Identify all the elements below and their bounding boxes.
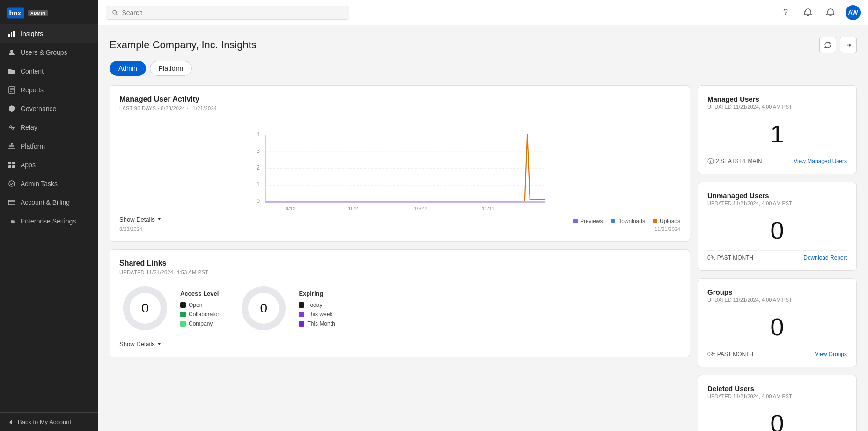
svg-text:0: 0 (257, 198, 260, 204)
svg-rect-12 (12, 162, 15, 164)
svg-rect-3 (11, 32, 12, 37)
sidebar-item-admin-tasks[interactable]: Admin Tasks (0, 174, 98, 193)
search-icon (112, 9, 118, 16)
expiring-title: Expiring (299, 290, 335, 297)
bell-icon (826, 8, 835, 17)
chevron-down-icon-2 (157, 342, 162, 347)
person-icon (7, 48, 16, 57)
svg-rect-2 (8, 34, 10, 37)
groups-card: Groups UPDATED 11/21/2024, 4:00 AM PST 0… (698, 278, 857, 367)
today-color (299, 302, 304, 308)
sidebar-item-relay[interactable]: Relay (0, 118, 98, 137)
page-content: Example Company, Inc. Insights Admin Pla… (98, 25, 868, 431)
back-arrow-icon (7, 419, 14, 425)
tab-platform[interactable]: Platform (150, 61, 192, 76)
svg-point-10 (11, 143, 13, 145)
svg-text:10/2: 10/2 (348, 206, 358, 211)
sidebar-item-admin-tasks-label: Admin Tasks (21, 180, 58, 187)
legend-downloads: Downloads (611, 218, 645, 224)
platform-icon (7, 142, 16, 150)
tabs: Admin Platform (110, 61, 857, 76)
show-details-button[interactable]: Show Details (119, 216, 162, 223)
unmanaged-users-count: 0 (707, 212, 847, 250)
sidebar-item-users-groups[interactable]: Users & Groups (0, 43, 98, 62)
access-collaborator: Collaborator (180, 311, 219, 318)
expiring-count: 0 (260, 301, 268, 316)
settings-button[interactable] (840, 37, 857, 53)
expiring-donut: 0 (238, 282, 289, 334)
settings-icon (7, 217, 16, 225)
user-avatar[interactable]: AW (846, 5, 861, 20)
chevron-down-icon (157, 217, 162, 222)
view-managed-users-link[interactable]: View Managed Users (794, 158, 847, 164)
unmanaged-past-month: 0% PAST MONTH (707, 254, 753, 261)
managed-users-footer: i 2 SEATS REMAIN View Managed Users (707, 154, 847, 164)
bell-button[interactable] (823, 5, 838, 20)
sidebar-item-apps-label: Apps (21, 161, 36, 169)
main-area: ? AW Example Company, Inc. Insights (98, 0, 868, 431)
back-to-my-account-link[interactable]: Back to My Account (7, 418, 91, 425)
notifications-bell-button[interactable] (801, 5, 816, 20)
svg-text:box: box (9, 9, 22, 17)
box-logo-icon: box (7, 7, 24, 19)
managed-user-activity-title: Managed User Activity (119, 95, 680, 104)
deleted-users-updated: UPDATED 11/21/2024, 4:00 AM PST (707, 394, 847, 399)
search-bar[interactable] (106, 6, 349, 20)
access-company: Company (180, 320, 219, 327)
page-header: Example Company, Inc. Insights (110, 37, 857, 53)
this-month-color (299, 321, 304, 327)
sidebar-item-governance[interactable]: Governance (0, 99, 98, 118)
svg-text:9/12: 9/12 (286, 206, 296, 211)
uploads-label: Uploads (660, 218, 680, 224)
refresh-icon (824, 41, 831, 49)
shared-links-title: Shared Links (119, 259, 680, 268)
sidebar-item-content-label: Content (21, 67, 44, 75)
relay-icon (7, 123, 16, 132)
sidebar-item-enterprise-settings[interactable]: Enterprise Settings (0, 212, 98, 230)
access-level-count: 0 (141, 301, 149, 316)
refresh-button[interactable] (819, 37, 836, 53)
collaborator-color (180, 312, 186, 317)
access-level-section: 0 Access Level Open Collabora (119, 282, 219, 334)
activity-chart: 0 1 2 3 4 9/12 (119, 119, 680, 212)
sidebar-item-reports[interactable]: Reports (0, 81, 98, 99)
sidebar-item-enterprise-settings-label: Enterprise Settings (21, 217, 76, 225)
view-groups-link[interactable]: View Groups (815, 351, 847, 357)
chart-date-range: 8/23/2024 11/21/2024 (119, 226, 680, 232)
announcement-icon (804, 8, 812, 17)
check-circle-icon (7, 179, 16, 188)
deleted-users-card: Deleted Users UPDATED 11/21/2024, 4:00 A… (698, 375, 857, 431)
sidebar-item-insights[interactable]: Insights (0, 24, 98, 43)
sidebar-item-platform[interactable]: Platform (0, 137, 98, 156)
help-button[interactable]: ? (778, 5, 793, 20)
this-week-color (299, 312, 304, 317)
shared-links-show-details-button[interactable]: Show Details (119, 341, 162, 348)
previews-dot (573, 219, 578, 223)
search-input[interactable] (122, 9, 343, 16)
sidebar-item-apps[interactable]: Apps (0, 156, 98, 174)
bar-chart-icon (7, 30, 16, 38)
sidebar-nav: Insights Users & Groups Content Reports … (0, 24, 98, 412)
sidebar-item-content[interactable]: Content (0, 62, 98, 81)
open-label: Open (189, 302, 202, 308)
groups-past-month: 0% PAST MONTH (707, 351, 753, 357)
expiring-legend: Expiring Today This week (299, 290, 335, 327)
download-report-link[interactable]: Download Report (803, 254, 847, 261)
seats-remain-label: 2 SEATS REMAIN (716, 158, 762, 164)
activity-chart-svg: 0 1 2 3 4 9/12 (119, 119, 680, 212)
downloads-dot (611, 219, 615, 223)
left-column: Managed User Activity LAST 90 DAYS · 8/2… (110, 85, 690, 431)
sidebar-item-account-billing[interactable]: Account & Billing (0, 193, 98, 212)
chart-footer: Show Details Previews Downloads (119, 214, 680, 224)
expiring-this-month: This Month (299, 320, 335, 327)
company-label: Company (189, 320, 213, 327)
seats-remain: i 2 SEATS REMAIN (707, 158, 762, 164)
info-icon: i (707, 158, 714, 164)
managed-user-activity-card: Managed User Activity LAST 90 DAYS · 8/2… (110, 85, 690, 242)
tab-admin[interactable]: Admin (110, 61, 146, 76)
sidebar: box ADMIN Insights Users & Groups Conten… (0, 0, 98, 431)
folder-icon (7, 67, 16, 75)
legend-previews: Previews (573, 218, 603, 224)
page-title: Example Company, Inc. Insights (110, 39, 257, 51)
logo-area: box ADMIN (0, 0, 98, 24)
